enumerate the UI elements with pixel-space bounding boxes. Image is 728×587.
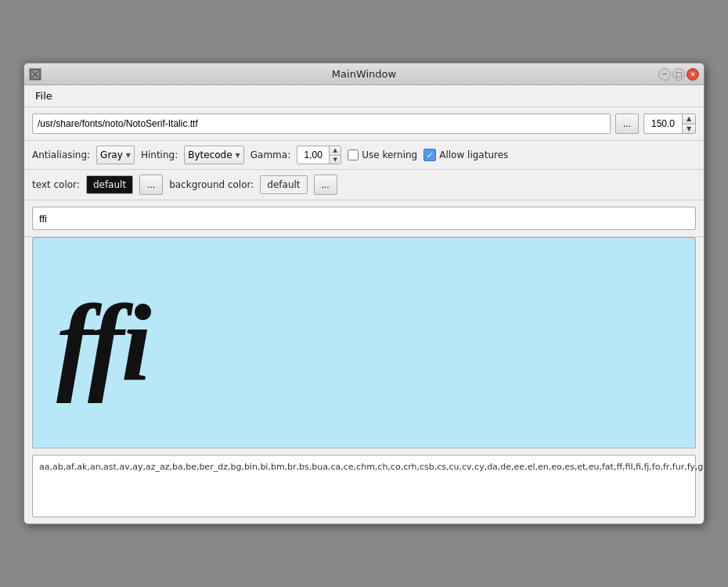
hinting-select[interactable]: Bytecode ▼ bbox=[184, 146, 244, 164]
bg-color-swatch[interactable]: default bbox=[260, 175, 307, 194]
antialiasing-arrow: ▼ bbox=[126, 152, 131, 159]
options-row: Antialiasing: Gray ▼ Hinting: Bytecode ▼… bbox=[24, 141, 704, 170]
languages-area: aa,ab,af,ak,an,ast,av,ay,az_az,ba,be,ber… bbox=[32, 455, 696, 517]
toolbar: ... ▲ ▼ bbox=[24, 107, 704, 141]
app-icon bbox=[29, 68, 41, 81]
maximize-button[interactable]: □ bbox=[672, 68, 685, 81]
gamma-input[interactable] bbox=[297, 148, 329, 162]
text-input-row bbox=[24, 200, 704, 237]
antialiasing-label: Antialiasing: bbox=[32, 149, 90, 160]
text-color-swatch[interactable]: default bbox=[86, 175, 133, 194]
text-color-label: text color: bbox=[32, 179, 80, 190]
window-controls: ─ □ ✕ bbox=[658, 68, 699, 81]
use-kerning-checkbox[interactable] bbox=[348, 149, 359, 160]
menu-file[interactable]: File bbox=[31, 88, 57, 103]
allow-ligatures-checkbox[interactable] bbox=[423, 149, 436, 161]
preview-text-input[interactable] bbox=[32, 207, 696, 230]
antialiasing-value: Gray bbox=[100, 149, 123, 160]
close-button[interactable]: ✕ bbox=[687, 68, 699, 81]
color-row: text color: default ... background color… bbox=[24, 170, 704, 200]
languages-text: aa,ab,af,ak,an,ast,av,ay,az_az,ba,be,ber… bbox=[39, 462, 705, 472]
use-kerning-row: Use kerning bbox=[348, 149, 417, 160]
titlebar-left bbox=[29, 68, 41, 81]
preview-area: ffi bbox=[32, 237, 696, 448]
hinting-value: Bytecode bbox=[188, 149, 232, 160]
gamma-arrows: ▲ ▼ bbox=[329, 146, 341, 164]
titlebar: MainWindow ─ □ ✕ bbox=[24, 63, 704, 85]
font-size-down[interactable]: ▼ bbox=[683, 124, 695, 134]
font-size-arrows: ▲ ▼ bbox=[682, 114, 695, 133]
minimize-button[interactable]: ─ bbox=[658, 68, 671, 81]
antialiasing-select[interactable]: Gray ▼ bbox=[96, 146, 135, 164]
window-title: MainWindow bbox=[332, 68, 396, 80]
text-color-browse[interactable]: ... bbox=[139, 175, 163, 195]
main-window: MainWindow ─ □ ✕ File ... ▲ ▼ Antialiasi… bbox=[23, 63, 705, 524]
menubar: File bbox=[24, 85, 704, 107]
bg-color-browse[interactable]: ... bbox=[314, 175, 337, 195]
allow-ligatures-row: Allow ligatures bbox=[423, 149, 508, 161]
gamma-up[interactable]: ▲ bbox=[330, 146, 341, 156]
allow-ligatures-label: Allow ligatures bbox=[439, 149, 508, 160]
font-path-input[interactable] bbox=[32, 113, 611, 134]
gamma-spinbox: ▲ ▼ bbox=[297, 146, 341, 164]
hinting-label: Hinting: bbox=[141, 149, 178, 160]
font-size-up[interactable]: ▲ bbox=[683, 114, 695, 124]
font-size-input[interactable] bbox=[644, 117, 682, 131]
font-browse-button[interactable]: ... bbox=[615, 113, 639, 134]
gamma-label: Gamma: bbox=[250, 149, 290, 160]
bg-color-label: background color: bbox=[169, 179, 254, 190]
gamma-down[interactable]: ▼ bbox=[330, 156, 341, 164]
hinting-arrow: ▼ bbox=[236, 152, 240, 159]
use-kerning-label: Use kerning bbox=[362, 149, 417, 160]
preview-display: ffi bbox=[56, 288, 149, 398]
font-size-spinbox: ▲ ▼ bbox=[643, 113, 696, 134]
